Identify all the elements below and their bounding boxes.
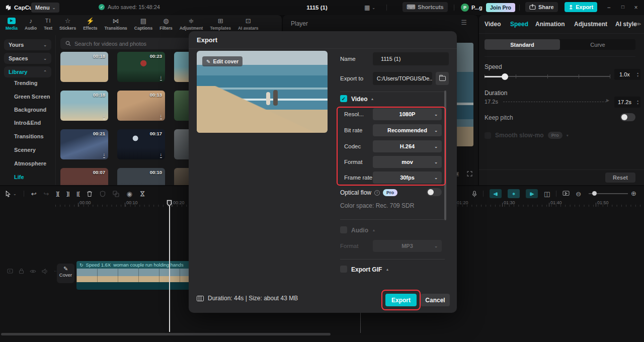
tab-speed[interactable]: Speed: [510, 21, 528, 28]
media-thumb[interactable]: 00:18: [60, 52, 108, 82]
redo-icon[interactable]: ↪: [44, 190, 49, 198]
eye-icon[interactable]: [30, 269, 36, 274]
audio-format-dropdown[interactable]: MP3⌄: [373, 240, 442, 252]
minimize-button[interactable]: −: [603, 4, 614, 11]
sidebar-item-scenery[interactable]: Scenery: [14, 147, 36, 153]
sidebar-item-background[interactable]: Background: [14, 107, 46, 113]
toolbar-item-audio[interactable]: ♪ Audio: [21, 17, 40, 31]
zoom-fit-icon[interactable]: ⊕: [631, 190, 636, 197]
join-pro-button[interactable]: Join Pro: [486, 3, 515, 12]
media-thumb[interactable]: 00:07: [60, 168, 108, 185]
sidebar-group-library[interactable]: Library⌃: [4, 66, 51, 77]
player-menu-icon[interactable]: ☰: [461, 19, 467, 26]
tab-adjustment[interactable]: Adjustment: [574, 21, 607, 28]
sidebar-item-intro-end[interactable]: Intro&End: [14, 120, 41, 126]
close-button[interactable]: ×: [630, 4, 641, 11]
undo-icon[interactable]: ↩: [31, 190, 37, 198]
delete-right-icon[interactable]: |[: [76, 191, 79, 197]
playhead[interactable]: [167, 200, 172, 207]
video-checkbox[interactable]: ✓: [340, 95, 347, 102]
reset-button[interactable]: Reset: [605, 173, 635, 183]
tab-standard[interactable]: Standard: [485, 39, 560, 50]
format-dropdown[interactable]: mov⌄: [373, 156, 442, 168]
keep-pitch-toggle[interactable]: [620, 113, 635, 121]
toolbar-item-captions[interactable]: ▤ Captions: [131, 17, 156, 31]
shortcuts-button[interactable]: ⌨ Shortcuts: [403, 2, 448, 12]
delete-icon[interactable]: [87, 191, 93, 197]
bitrate-dropdown[interactable]: Recommended⌄: [373, 124, 442, 136]
sidebar-item-transitions[interactable]: Transitions: [14, 133, 44, 139]
auto-beat-icon[interactable]: ∗: [508, 189, 520, 198]
download-icon[interactable]: ↓: [160, 152, 163, 158]
toolbar-item-adjustment[interactable]: ≑ Adjustment: [176, 17, 207, 31]
mask-icon[interactable]: [100, 191, 106, 197]
download-icon[interactable]: ↓: [160, 75, 163, 80]
name-input[interactable]: 1115 (1): [373, 52, 449, 65]
tab-video[interactable]: Video: [485, 21, 501, 28]
duration-value-box[interactable]: 17.2s ▴▾: [614, 97, 640, 108]
export-confirm-button[interactable]: Export: [385, 294, 417, 306]
collapse-icon[interactable]: ▴: [371, 97, 373, 101]
toolbar-item-effects[interactable]: ⚡ Effects: [79, 17, 101, 31]
toolbar-item-templates[interactable]: ⊞ Templates: [206, 17, 234, 31]
tab-animation[interactable]: Animation: [535, 21, 565, 28]
stepper-icon[interactable]: ▴▾: [637, 99, 640, 105]
cancel-button[interactable]: Cancel: [421, 294, 450, 306]
audio-checkbox[interactable]: [340, 226, 347, 233]
share-button[interactable]: Share: [525, 2, 558, 12]
edit-cover-button[interactable]: ✎ Edit cover: [202, 56, 243, 66]
collapse-icon[interactable]: ▴: [386, 267, 388, 272]
toolbar-item-stickers[interactable]: ☆ Stickers: [56, 17, 79, 31]
delete-left-icon[interactable]: ]|: [66, 191, 69, 197]
more-tabs-icon[interactable]: ≫: [636, 21, 641, 27]
media-thumb[interactable]: 00:13 ↓: [117, 91, 165, 121]
sidebar-group-spaces[interactable]: Spaces⌄: [4, 53, 51, 64]
tab-curve[interactable]: Curve: [560, 39, 635, 50]
toolbar-item-media[interactable]: ▶ Media: [2, 17, 21, 31]
media-thumb[interactable]: 00:10: [117, 168, 165, 185]
link-icon[interactable]: ▮▸: [526, 189, 538, 198]
zoom-out-icon[interactable]: ⊖: [576, 190, 581, 198]
split-view-icon[interactable]: ◫: [544, 190, 550, 198]
preview-frame-icon[interactable]: [562, 191, 570, 197]
optical-flow-toggle[interactable]: [427, 188, 442, 196]
menu-button[interactable]: Menu ⌄: [31, 3, 59, 13]
download-icon[interactable]: ↓: [103, 114, 106, 119]
magnet-icon[interactable]: ◂▮: [490, 189, 502, 198]
stepper-icon[interactable]: ▴▾: [637, 71, 640, 77]
fullscreen-icon[interactable]: [467, 171, 472, 177]
maximize-button[interactable]: □: [617, 4, 628, 10]
download-icon[interactable]: ↓: [160, 114, 163, 119]
dialog-scrollbar[interactable]: [444, 91, 446, 220]
sidebar-item-green-screen[interactable]: Green Screen: [14, 94, 50, 100]
layout-button[interactable]: ▦ ⌄: [364, 4, 375, 11]
select-tool[interactable]: ⌄: [5, 191, 17, 197]
lock-icon[interactable]: [19, 268, 24, 274]
download-icon[interactable]: ↓: [103, 152, 106, 158]
media-thumb[interactable]: 00:17 ↓: [117, 129, 165, 159]
export-gif-checkbox[interactable]: [340, 266, 347, 273]
codec-dropdown[interactable]: H.264⌄: [373, 140, 442, 152]
media-thumb[interactable]: 00:18 ↓: [60, 91, 108, 121]
toolbar-item-ai-avatars[interactable]: ⊡ AI avatars: [234, 17, 262, 31]
speed-slider[interactable]: [485, 71, 610, 81]
export-button-top[interactable]: ↥ Export: [565, 2, 597, 12]
toolbar-item-filters[interactable]: ◍ Filters: [156, 17, 176, 31]
media-thumb[interactable]: 00:21 ↓: [60, 129, 108, 159]
mute-icon[interactable]: [42, 269, 48, 274]
sidebar-item-life[interactable]: Life: [14, 174, 24, 180]
browse-folder-button[interactable]: [436, 72, 449, 85]
mirror-icon[interactable]: ⋈: [139, 191, 146, 197]
toolbar-item-text[interactable]: TI Text: [40, 17, 56, 31]
split-icon[interactable]: ][: [56, 191, 60, 197]
resolution-dropdown[interactable]: 1080P⌄: [373, 108, 442, 120]
media-thumb[interactable]: 00:23 ↓: [117, 52, 165, 82]
speed-value-box[interactable]: 1.0x ▴▾: [614, 69, 640, 80]
sidebar-item-trending[interactable]: Trending: [14, 80, 37, 86]
overlay-icon[interactable]: [113, 191, 119, 197]
framerate-dropdown[interactable]: 30fps⌄: [373, 172, 442, 184]
toolbar-item-transitions[interactable]: ⋈ Transitions: [101, 17, 130, 31]
record-voiceover-icon[interactable]: [472, 191, 477, 197]
timeline-scrollbar[interactable]: [1, 333, 331, 335]
zoom-slider-handle[interactable]: [592, 191, 597, 196]
